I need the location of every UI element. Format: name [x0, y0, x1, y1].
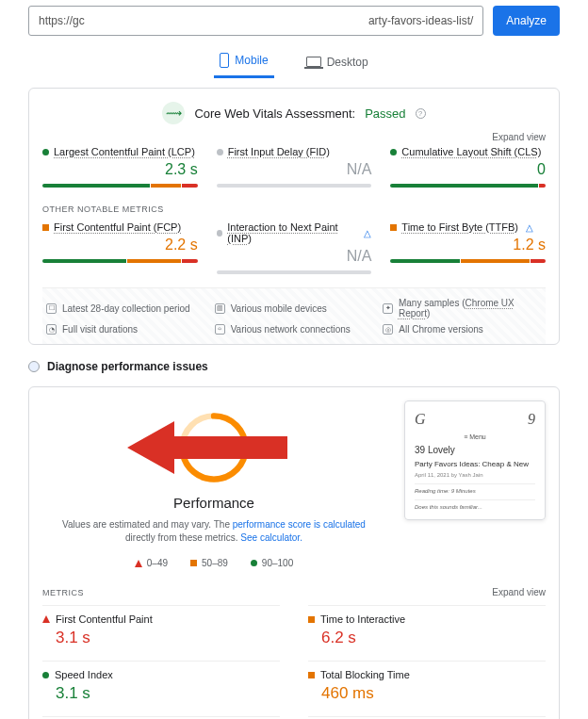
metric-lcp[interactable]: Largest Contentful Paint (LCP) 2.3 s — [42, 146, 198, 188]
score-value: 72 — [203, 435, 225, 460]
flask-icon: △ — [526, 222, 533, 233]
chrome-icon: ◎ — [383, 324, 393, 335]
desktop-icon — [306, 57, 321, 67]
metric-cls[interactable]: Cumulative Layout Shift (CLS) 0 — [390, 146, 546, 188]
analyze-button[interactable]: Analyze — [493, 6, 560, 36]
url-right: arty-favors-ideas-list/ — [368, 14, 473, 27]
status-dot — [217, 230, 223, 237]
status-icon — [42, 672, 49, 678]
info-item: ✦Many samples (Chrome UX Report) — [383, 298, 542, 319]
metrics-heading: METRICS — [42, 588, 84, 597]
status-dot — [390, 149, 397, 155]
info-item: ⌔Various network connections — [215, 324, 374, 335]
metric-ttfb[interactable]: Time to First Byte (TTFB)△ 1.2 s — [390, 221, 546, 274]
info-item: ◎All Chrome versions — [383, 324, 542, 335]
score-gauge: 72 — [52, 410, 376, 485]
flask-icon: △ — [364, 228, 371, 238]
info-item: ▥Various mobile devices — [215, 298, 374, 319]
score-link-2[interactable]: See calculator. — [240, 532, 302, 543]
devices-icon: ▥ — [215, 303, 225, 314]
performance-desc: Values are estimated and may vary. The p… — [52, 518, 376, 545]
cwv-status: Passed — [365, 106, 405, 121]
url-left: https://gc — [39, 14, 85, 27]
info-item: ◔Full visit durations — [46, 324, 205, 335]
legend-orange-icon — [190, 560, 197, 566]
status-icon — [42, 615, 50, 623]
performance-title: Performance — [52, 495, 376, 511]
metric-value: 3.1 s — [56, 684, 280, 703]
page-preview: G9 ≡ Menu 39 Lovely Party Favors Ideas: … — [404, 400, 546, 520]
info-icon[interactable]: ? — [416, 108, 426, 119]
score-link-1[interactable]: performance score is calculated — [233, 519, 366, 530]
metric-cell[interactable]: First Contentful Paint3.1 s — [42, 605, 280, 647]
url-input[interactable]: https://gc arty-favors-ideas-list/ — [28, 6, 483, 36]
diagnose-heading: Diagnose performance issues — [28, 360, 560, 373]
metric-value: 460 ms — [321, 684, 546, 703]
wifi-icon: ⌔ — [215, 324, 225, 335]
status-square — [42, 224, 49, 231]
status-dot — [42, 149, 49, 155]
performance-panel: 72 Performance Values are estimated and … — [28, 386, 560, 719]
status-square — [390, 224, 397, 231]
clock-icon: ◔ — [46, 324, 57, 335]
metric-fcp[interactable]: First Contentful Paint (FCP) 2.2 s — [42, 221, 198, 274]
samples-icon: ✦ — [383, 303, 393, 314]
metric-inp[interactable]: Interaction to Next Paint (INP)△ N/A — [217, 221, 372, 274]
status-icon — [308, 616, 315, 623]
score-legend: 0–49 50–89 90–100 — [52, 558, 376, 568]
metric-cell[interactable]: Speed Index3.1 s — [42, 661, 280, 703]
pulse-icon: ⟿ — [162, 102, 185, 124]
status-dot — [217, 149, 223, 155]
calendar-icon: ☐ — [46, 303, 57, 314]
notable-heading: OTHER NOTABLE METRICS — [42, 204, 546, 214]
metric-cell[interactable]: Time to Interactive6.2 s — [308, 605, 546, 647]
expand-view-link[interactable]: Expand view — [42, 132, 546, 142]
cwv-title: Core Web Vitals Assessment: — [194, 106, 355, 121]
metric-fid[interactable]: First Input Delay (FID) N/A — [217, 146, 372, 188]
chrome-ux-link[interactable]: Chrome UX Report — [399, 298, 514, 319]
tab-mobile[interactable]: Mobile — [214, 53, 273, 78]
status-icon — [308, 672, 315, 678]
tab-desktop[interactable]: Desktop — [301, 53, 374, 78]
legend-red-icon — [135, 560, 142, 567]
legend-green-icon — [251, 560, 257, 566]
cwv-panel: ⟿ Core Web Vitals Assessment: Passed ? E… — [28, 88, 560, 345]
radio-icon — [28, 361, 40, 372]
metric-value: 6.2 s — [321, 629, 546, 647]
metric-cell[interactable]: Total Blocking Time460 ms — [308, 661, 546, 703]
info-item: ☐Latest 28-day collection period — [46, 298, 205, 319]
metric-value: 3.1 s — [56, 629, 280, 647]
expand-view-link-2[interactable]: Expand view — [492, 587, 546, 597]
mobile-icon — [220, 53, 229, 68]
